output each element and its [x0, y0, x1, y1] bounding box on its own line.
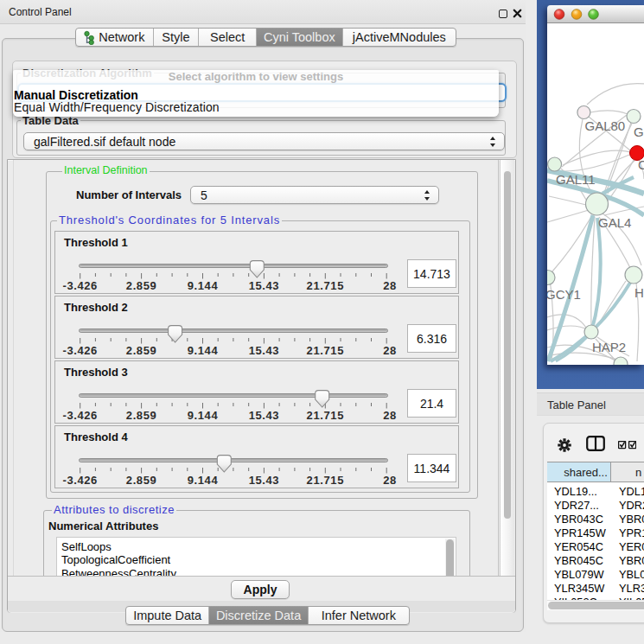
svg-text:15.43: 15.43 [249, 279, 280, 292]
svg-text:GAL80: GAL80 [585, 118, 626, 133]
svg-text:9.144: 9.144 [188, 474, 219, 487]
svg-text:2.859: 2.859 [126, 344, 157, 357]
svg-text:21.715: 21.715 [307, 474, 344, 487]
svg-text:28: 28 [383, 279, 397, 292]
svg-text:-3.426: -3.426 [62, 409, 97, 422]
svg-text:C: C [638, 157, 644, 172]
svg-text:G: G [634, 124, 644, 139]
svg-text:21.715: 21.715 [307, 279, 344, 292]
svg-text:GAL4: GAL4 [598, 215, 631, 230]
svg-text:-3.426: -3.426 [62, 474, 97, 487]
svg-text:9.144: 9.144 [188, 279, 219, 292]
svg-text:28: 28 [383, 344, 397, 357]
svg-text:HAP2: HAP2 [592, 340, 626, 354]
svg-text:28: 28 [383, 474, 397, 487]
svg-text:2.859: 2.859 [126, 279, 157, 292]
svg-text:GCY1: GCY1 [547, 287, 581, 302]
svg-text:21.715: 21.715 [307, 409, 344, 422]
svg-text:9.144: 9.144 [188, 344, 219, 357]
svg-text:15.43: 15.43 [249, 474, 280, 487]
svg-text:2.859: 2.859 [126, 474, 157, 487]
svg-text:-3.426: -3.426 [62, 279, 97, 292]
svg-text:GAL11: GAL11 [556, 172, 596, 187]
svg-text:21.715: 21.715 [307, 344, 344, 357]
svg-text:9.144: 9.144 [188, 409, 219, 422]
svg-text:15.43: 15.43 [249, 409, 280, 422]
svg-text:-3.426: -3.426 [62, 344, 97, 357]
svg-text:2.859: 2.859 [126, 409, 157, 422]
svg-text:15.43: 15.43 [249, 344, 280, 357]
svg-text:28: 28 [383, 409, 397, 422]
svg-text:H: H [634, 285, 644, 300]
